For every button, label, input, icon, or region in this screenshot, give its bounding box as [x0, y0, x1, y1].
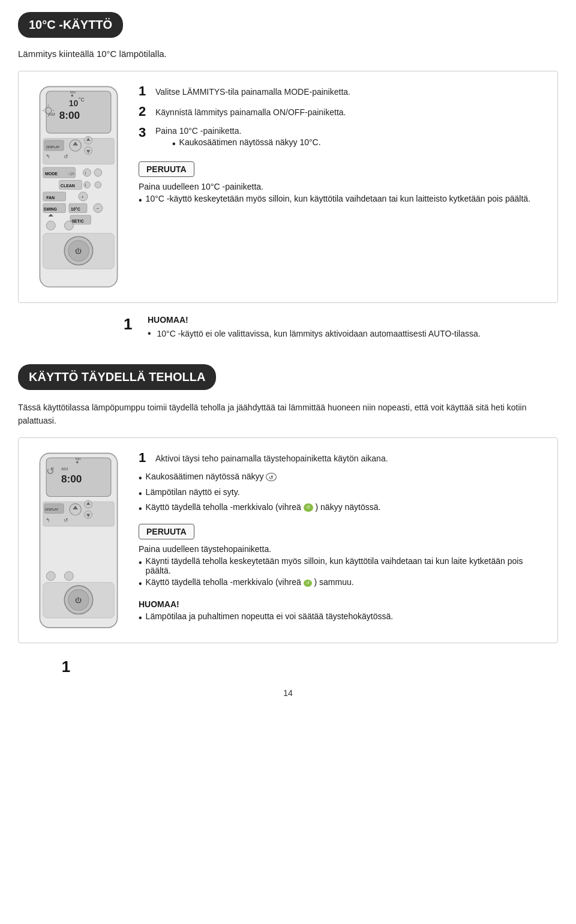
bullet-3-full-power: • Käyttö täydellä teholla -merkkivalo (v… — [139, 502, 545, 515]
content-box-10c: 10 °C AM 8:00 ton DISPLAY — [18, 71, 558, 303]
huomaa-text-block-10c: HUOMAA! • 10°C -käyttö ei ole valittavis… — [148, 315, 481, 340]
svg-point-34 — [95, 182, 101, 188]
svg-text:○1h: ○1h — [68, 172, 74, 176]
section-subtitle-10c: Lämmitys kiinteällä 10°C lämpötilalla. — [18, 49, 558, 59]
bullet-icon-2: • — [139, 194, 142, 207]
svg-text:DISPLAY: DISPLAY — [46, 145, 60, 149]
huomaa-title-full-power: HUOMAA! — [139, 599, 545, 609]
svg-text:°C: °C — [79, 97, 85, 103]
svg-text:↺: ↺ — [64, 517, 68, 523]
svg-point-73 — [64, 571, 73, 580]
page-number: 14 — [18, 688, 558, 698]
svg-text:SET/C: SET/C — [71, 219, 84, 223]
remote-image-container: 10 °C AM 8:00 ton DISPLAY — [31, 83, 127, 290]
svg-text:MODE: MODE — [45, 172, 58, 176]
svg-text:FAN: FAN — [46, 196, 55, 200]
bullet-text-1: Kaukosäätimen näytössä näkyy ↺ — [146, 472, 277, 481]
huomaa-text-content-10c: 10°C -käyttö ei ole valittavissa, kun lä… — [157, 329, 481, 338]
peruuta-section-full-power: PERUUTA Paina uudelleen täystehopainiket… — [139, 524, 545, 590]
remote-image-container-2: ↺ AM 8:00 ton DISPLAY — [31, 450, 127, 631]
bottom-num-spacer: 1 — [18, 655, 114, 676]
peruuta-bullet-1-full-power: • Käynti täydellä teholla keskeytetään m… — [139, 556, 545, 575]
bottom-step-text-1: Aktivoi täysi teho painamalla täystehopa… — [155, 450, 388, 465]
step-text-1: Valitse LÄMMITYS-tila painamalla MODE-pa… — [155, 83, 350, 98]
svg-point-12 — [71, 95, 73, 97]
content-box-full-power: ↺ AM 8:00 ton DISPLAY — [18, 437, 558, 644]
peruuta-section-10c: PERUUTA Paina uudelleen 10°C -painiketta… — [139, 161, 545, 207]
step-3: 3 Paina 10°C -painiketta. • Kaukosäätime… — [139, 125, 545, 153]
huomaa-content-10c: 1 HUOMAA! • 10°C -käyttö ei ole valittav… — [124, 315, 558, 340]
svg-text:AM: AM — [48, 112, 55, 117]
peruuta-bullet-text-10c: 10°C -käyttö keskeytetään myös silloin, … — [146, 194, 530, 203]
peruuta-desc-full-power: Paina uudelleen täystehopainiketta. — [139, 544, 545, 554]
section-title-10c: 10°C -KÄYTTÖ — [18, 12, 123, 38]
bottom-num-label: 1 — [62, 658, 70, 676]
svg-text:8:00: 8:00 — [59, 109, 80, 121]
svg-text:⏻: ⏻ — [75, 247, 82, 254]
svg-text:+: + — [81, 194, 84, 200]
svg-text:↰: ↰ — [46, 154, 50, 160]
bullet-text-3: Käyttö täydellä teholla -merkkivalo (vih… — [146, 502, 381, 512]
remote-control-svg-2: ↺ AM 8:00 ton DISPLAY — [37, 450, 121, 631]
svg-point-27 — [83, 169, 91, 176]
svg-point-29 — [94, 169, 102, 176]
svg-text:SWING: SWING — [44, 207, 57, 211]
step-3-sub-text: Kaukosäätimen näytössä näkyy 10°C. — [179, 137, 321, 147]
bottom-num-row: 1 — [18, 655, 558, 676]
huomaa-num-10c: 1 — [124, 315, 140, 334]
bullet-1-full-power: • Kaukosäätimen näytössä näkyy ↺ — [139, 472, 545, 485]
step-num-3: 3 — [139, 125, 155, 140]
svg-text:ton: ton — [70, 90, 76, 94]
step-3-sub: • Kaukosäätimen näytössä näkyy 10°C. — [172, 137, 321, 151]
svg-text:↺: ↺ — [64, 154, 68, 160]
section-full-power: KÄYTTÖ TÄYDELLÄ TEHOLLA Tässä käyttötila… — [18, 364, 558, 676]
huomaa-section-full-power: HUOMAA! • Lämpötilaa ja puhaltimen nopeu… — [139, 599, 545, 625]
bullet-text-2: Lämpötilan näyttö ei syty. — [146, 487, 240, 497]
svg-text:⏻: ⏻ — [75, 596, 82, 604]
step-num-1: 1 — [139, 83, 155, 99]
step-2: 2 Käynnistä lämmitys painamalla ON/OFF-p… — [139, 104, 545, 119]
svg-text:I: I — [85, 171, 86, 175]
svg-text:I: I — [85, 183, 86, 187]
peruuta-label-10c: PERUUTA — [139, 161, 194, 177]
huomaa-inner: 1 HUOMAA! • 10°C -käyttö ei ole valittav… — [124, 315, 558, 340]
svg-text:8:00: 8:00 — [61, 473, 82, 485]
svg-text:CLEAN: CLEAN — [61, 184, 75, 188]
svg-text:↰: ↰ — [46, 517, 50, 523]
bullet-list-full-power: • Kaukosäätimen näytössä näkyy ↺ • Lämpö… — [139, 472, 545, 515]
huomaa-text-content-full-power: Lämpötilaa ja puhaltimen nopeutta ei voi… — [146, 611, 394, 621]
svg-point-72 — [46, 571, 55, 580]
huomaa-text-10c: • 10°C -käyttö ei ole valittavissa, kun … — [148, 327, 481, 340]
bullet-icon: • — [172, 137, 176, 151]
bottom-step-1: 1 Aktivoi täysi teho painamalla täysteho… — [139, 450, 545, 466]
section-subtitle-full-power: Tässä käyttötilassa lämpöpumppu toimii t… — [18, 401, 558, 428]
section-title-full-power: KÄYTTÖ TÄYDELLÄ TEHOLLA — [18, 364, 216, 390]
svg-text:↺: ↺ — [46, 465, 55, 477]
svg-text:10: 10 — [69, 98, 79, 108]
section-10c: 10°C -KÄYTTÖ Lämmitys kiinteällä 10°C lä… — [18, 12, 558, 346]
bullet-2-full-power: • Lämpötilan näyttö ei syty. — [139, 487, 545, 500]
peruuta-bullet-text-2: Käyttö täydellä teholla -merkkivalo (vih… — [146, 577, 354, 587]
huomaa-title-10c: HUOMAA! — [148, 315, 481, 325]
step-text-2: Käynnistä lämmitys painamalla ON/OFF-pai… — [155, 104, 346, 119]
svg-point-49 — [64, 221, 73, 230]
step-list-10c: 1 Valitse LÄMMITYS-tila painamalla MODE-… — [139, 83, 545, 153]
bottom-step-num-1: 1 — [139, 450, 155, 466]
step-num-2: 2 — [139, 104, 155, 119]
peruuta-label-full-power: PERUUTA — [139, 524, 194, 539]
remote-control-svg: 10 °C AM 8:00 ton DISPLAY — [37, 83, 121, 290]
svg-point-48 — [46, 221, 55, 230]
step-1: 1 Valitse LÄMMITYS-tila painamalla MODE-… — [139, 83, 545, 99]
huomaa-spacer — [18, 315, 114, 340]
huomaa-text-full-power: • Lämpötilaa ja puhaltimen nopeutta ei v… — [139, 611, 545, 625]
peruuta-bullet-text-1: Käynti täydellä teholla keskeytetään myö… — [146, 556, 545, 575]
instructions-10c: 1 Valitse LÄMMITYS-tila painamalla MODE-… — [139, 83, 545, 290]
peruuta-desc-10c: Paina uudelleen 10°C -painiketta. — [139, 182, 545, 191]
svg-text:10°C: 10°C — [71, 207, 80, 211]
svg-text:DISPLAY: DISPLAY — [45, 508, 59, 511]
svg-text:AM: AM — [61, 466, 68, 472]
peruuta-bullet-2-full-power: • Käyttö täydellä teholla -merkkivalo (v… — [139, 577, 545, 590]
svg-text:−: − — [96, 205, 99, 211]
step-text-3: Paina 10°C -painiketta. — [155, 124, 241, 136]
svg-point-60 — [76, 461, 78, 463]
